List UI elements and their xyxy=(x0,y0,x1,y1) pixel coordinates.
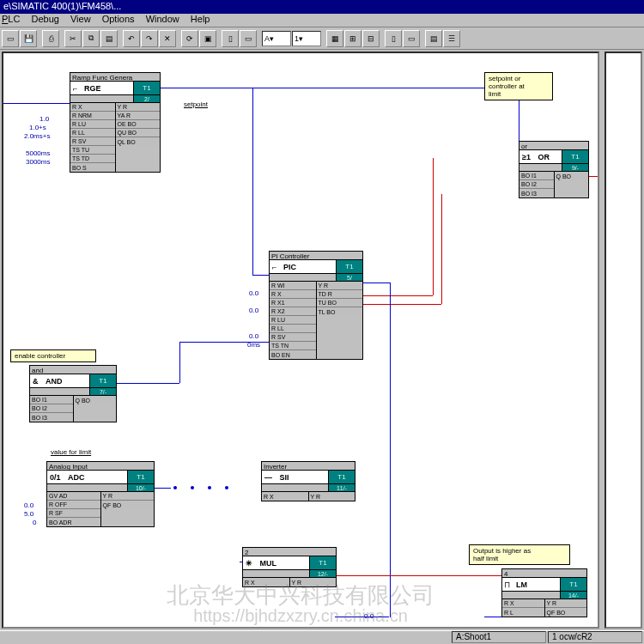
note-enable: enable controller xyxy=(10,349,96,362)
status-right: 1 ocw/cR2 xyxy=(548,631,642,643)
block-rge[interactable]: Ramp Func Genera ⌐RGET1 2/ R XR NRM R LU… xyxy=(70,72,161,173)
menu-debug[interactable]: Debug xyxy=(31,14,58,24)
block-mul[interactable]: 2 ✳ MULT1 12/- R X Y R xyxy=(242,547,337,587)
menu-plc[interactable]: PLPLCC xyxy=(2,14,20,24)
tb-win1-icon[interactable]: ▯ xyxy=(385,30,402,47)
tb-form-icon[interactable]: ▤ xyxy=(425,30,442,47)
status-left: A:Shoot1 xyxy=(452,631,546,643)
tb-zoom-select[interactable]: 1 ▾ xyxy=(292,31,321,46)
window-title: e\SIMATIC 400(1)\FM458\... xyxy=(3,1,121,11)
tb-save-icon[interactable]: 💾 xyxy=(20,30,37,47)
tb-grid3-icon[interactable]: ⊟ xyxy=(362,30,380,47)
tb-refresh-icon[interactable]: ⟳ xyxy=(181,30,198,47)
tb-redo-icon[interactable]: ↷ xyxy=(141,30,158,47)
block-or[interactable]: or ≥1 ORT1 9/- BO I1BO I2BO I3 Q BO xyxy=(519,141,589,198)
tb-undo-icon[interactable]: ↶ xyxy=(123,30,140,47)
pi-icon: ⌐ xyxy=(272,263,281,271)
menu-options[interactable]: Options xyxy=(102,14,135,24)
note-output: Output is higher as half limit xyxy=(469,544,570,565)
tb-list-icon[interactable]: ☰ xyxy=(443,30,460,47)
menu-help[interactable]: Help xyxy=(191,14,210,24)
title-bar: e\SIMATIC 400(1)\FM458\... xyxy=(0,0,644,14)
diagram-canvas[interactable]: 0.0 setpoint Ramp Func Genera ⌐RGET1 2/ … xyxy=(2,52,599,629)
tb-grid2-icon[interactable]: ⊞ xyxy=(344,30,361,47)
tb-nav-icon[interactable]: ▣ xyxy=(199,30,216,47)
lim-icon: ⨅ xyxy=(505,580,513,589)
tb-copy-icon[interactable]: ⧉ xyxy=(82,30,100,47)
tb-win2-icon[interactable]: ▭ xyxy=(403,30,420,47)
menu-window[interactable]: Window xyxy=(146,14,179,24)
tb-print-icon[interactable]: ⎙ xyxy=(42,30,59,47)
block-and[interactable]: and & ANDT1 7/- BO I1BO I2BO I3 Q BO xyxy=(29,365,117,422)
tb-cut-icon[interactable]: ✂ xyxy=(64,30,82,47)
label-setpoint: setpoint xyxy=(184,100,208,108)
menu-view[interactable]: View xyxy=(70,14,91,24)
block-pic[interactable]: PI Controller ⌐PICT1 5/ R WIR X R X1R X2… xyxy=(269,251,363,360)
block-lim[interactable]: 4 ⨅LMT1 14/- R XR L Y RQF BO xyxy=(501,568,587,617)
side-panel xyxy=(605,52,642,629)
tb-paste-icon[interactable]: ▤ xyxy=(100,30,118,47)
label-value-limit: value for limit xyxy=(51,448,91,456)
tb-align2-icon[interactable]: ▭ xyxy=(240,30,257,47)
toolbar: ▭ 💾 ⎙ ✂ ⧉ ▤ ↶ ↷ ✕ ⟳ ▣ ▯ ▭ A ▾ 1 ▾ ▦ ⊞ ⊟ … xyxy=(0,27,644,50)
tb-align1-icon[interactable]: ▯ xyxy=(222,30,239,47)
tb-font-select[interactable]: A ▾ xyxy=(262,31,291,46)
block-adc[interactable]: Analog Input 0/1 ADCT1 10/- GV ADR OFFR … xyxy=(46,461,155,527)
block-inverter[interactable]: Inverter — SIIT1 11/- R X Y R xyxy=(261,461,355,501)
note-limit: setpoint or controller at limit xyxy=(484,72,553,100)
status-bar: A:Shoot1 1 ocw/cR2 xyxy=(0,630,644,644)
tb-delete-icon[interactable]: ✕ xyxy=(159,30,176,47)
tb-grid1-icon[interactable]: ▦ xyxy=(326,30,343,47)
ramp-icon: ⌐ xyxy=(73,84,82,93)
menu-bar: PLPLCC Debug View Options Window Help xyxy=(0,14,644,27)
tb-open-icon[interactable]: ▭ xyxy=(2,30,19,47)
